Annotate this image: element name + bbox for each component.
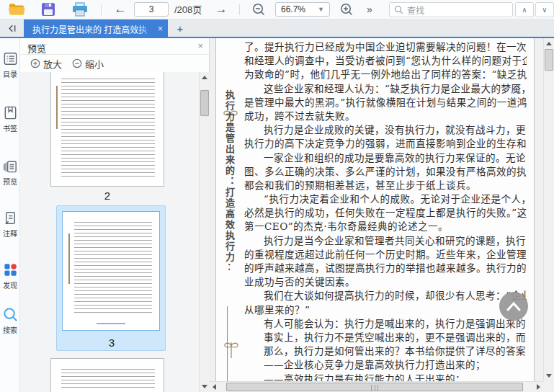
scrollbar-grip bbox=[371, 385, 378, 391]
toolbar-separator bbox=[101, 4, 102, 15]
text-line: 那么，执行力是如何管出来的？本书给你提供了详尽的答案： bbox=[244, 344, 527, 358]
ornament-bottom-icon bbox=[220, 341, 243, 360]
scroll-down-arrow-icon[interactable] bbox=[546, 374, 552, 378]
scrollbar-corner bbox=[543, 381, 554, 392]
thumbnail-page-2[interactable] bbox=[50, 72, 164, 187]
search-icon bbox=[394, 5, 403, 14]
magnifier-minus-icon bbox=[251, 2, 266, 17]
active-panel-caret bbox=[16, 173, 20, 182]
preview-panel-close-icon[interactable]: × bbox=[197, 40, 203, 51]
collapse-sidebar-button[interactable] bbox=[3, 21, 20, 36]
sidebar-label: 书签 bbox=[1, 122, 19, 133]
preview-panel: 预览 × 放大 缩小 2 bbox=[20, 38, 210, 392]
thumbnail-page-3 bbox=[62, 211, 160, 331]
scrollbar-thumb[interactable] bbox=[226, 383, 523, 391]
sidebar-item-annotations[interactable]: 注释 bbox=[0, 210, 20, 239]
zoom-in-label: 放大 bbox=[43, 57, 62, 71]
forward-arrow-icon: → bbox=[215, 1, 228, 17]
preview-panel-header: 预览 × bbox=[20, 38, 209, 55]
next-page-button[interactable]: → bbox=[210, 1, 232, 17]
find-next-button[interactable]: ∨ bbox=[535, 2, 554, 17]
text-line: 业成功与否的关键因素。 bbox=[244, 275, 527, 289]
scrollbar-thumb[interactable] bbox=[545, 49, 553, 71]
text-line: 图、多么正确的决策、多么严谨的计划，如果没有严格高效的执行力，最终的结果 bbox=[244, 165, 527, 179]
annotation-note-icon bbox=[2, 210, 19, 226]
zoom-out-button[interactable] bbox=[248, 1, 269, 17]
tab-document[interactable]: 执行力是管出来的 打造高效执行 × bbox=[24, 19, 168, 38]
zoom-out-label: 缩小 bbox=[85, 57, 104, 71]
text-line: 这些企业家和经理人认为：“缺乏执行力是企业最大的梦魇，缺乏执行力 bbox=[244, 82, 527, 96]
sidebar-item-discover[interactable]: 发现 bbox=[0, 262, 20, 290]
text-line: 的呼声越来越高，试图提高执行力的举措也越来越多。执行力的强弱已成为一个企 bbox=[244, 262, 527, 275]
scroll-up-arrow-icon[interactable] bbox=[202, 76, 207, 79]
scroll-up-arrow-icon[interactable] bbox=[546, 42, 552, 45]
zoom-level-select[interactable]: 66.7% ▼ bbox=[275, 2, 330, 17]
discover-icon bbox=[2, 262, 19, 278]
printer-icon bbox=[72, 2, 88, 17]
print-button[interactable] bbox=[69, 1, 91, 17]
sidebar-label: 搜索 bbox=[1, 324, 19, 335]
sidebar-item-bookmarks[interactable]: 书签 bbox=[0, 104, 20, 133]
new-tab-button[interactable]: + bbox=[171, 21, 189, 37]
text-line: 执行力的高下决定竞争力的强弱，进而直接影响到企业的生存和发展。 bbox=[244, 137, 527, 151]
find-previous-button[interactable]: ∧ bbox=[515, 2, 534, 17]
preview-panel-title: 预览 bbox=[27, 41, 46, 55]
zoom-in-button[interactable] bbox=[336, 1, 357, 17]
thumbnail-page-3-label: 3 bbox=[57, 337, 166, 349]
back-to-top-button[interactable] bbox=[499, 292, 528, 321]
scroll-left-arrow-icon[interactable] bbox=[213, 384, 216, 390]
thumbnail-scrollbar[interactable] bbox=[199, 72, 210, 392]
sidebar-item-search[interactable]: 搜索 bbox=[0, 306, 20, 335]
previous-page-button[interactable]: ← bbox=[110, 1, 131, 17]
thumbnail-page-2-label: 2 bbox=[50, 190, 164, 202]
tab-close-icon[interactable]: × bbox=[158, 24, 163, 34]
thumbnail-text-lines bbox=[61, 79, 155, 177]
save-button[interactable] bbox=[37, 1, 59, 17]
text-line: 成功，跨不过去就失败。 bbox=[244, 110, 527, 123]
thumbnail-text-lines bbox=[61, 369, 155, 391]
document-viewport: 执行力是管出来的：打造高效执行力·· 了。提升执行力已经成为中国企业迫切需要解决… bbox=[210, 38, 554, 392]
sidebar-item-toc[interactable]: 目录 bbox=[0, 50, 20, 79]
text-line: 执行力是当今企业家和管理者共同关心和研究的课题，执行力在今天受到 bbox=[244, 234, 527, 248]
text-line: 必然是执行的成功，任何失败在一定程度上都是执行的失败。”这是被誉为“世界 bbox=[244, 206, 527, 220]
folder-icon bbox=[8, 2, 25, 17]
thumbnail-text-lines bbox=[74, 222, 152, 314]
open-file-button[interactable] bbox=[6, 1, 27, 17]
vertical-scrollbar[interactable] bbox=[543, 38, 554, 381]
text-line: “执行力决定着企业和个人的成败。无论对于企业还是个人，任何成功都 bbox=[244, 192, 527, 206]
thumbnail-list: 2 3 bbox=[20, 72, 210, 392]
chevrons-right-icon: » bbox=[367, 1, 372, 17]
thumbnail-page-4[interactable] bbox=[50, 358, 164, 392]
magnifier-plus-icon bbox=[339, 2, 354, 17]
scroll-down-arrow-icon[interactable] bbox=[202, 385, 207, 388]
thumbnail-zoom-in-button[interactable]: 放大 bbox=[30, 57, 62, 71]
scroll-right-arrow-icon[interactable] bbox=[537, 384, 540, 390]
text-line: 了。提升执行力已经成为中国企业迫切需要解决的问题！在一次对中国著名企业家 bbox=[244, 40, 527, 54]
page-number-input[interactable] bbox=[134, 2, 169, 17]
pdf-reader-window: ← /208页 → 66.7% ▼ » 查找 bbox=[0, 0, 554, 392]
thumbnail-decoration bbox=[56, 86, 58, 129]
find-input[interactable]: 查找 bbox=[389, 2, 513, 17]
thumbnail-zoom-controls: 放大 缩小 bbox=[20, 55, 209, 72]
text-line: 执行力是企业成败的关键，没有执行力，就没有战斗力，更没有竞争力！ bbox=[244, 123, 527, 137]
scrollbar-thumb[interactable] bbox=[200, 90, 209, 116]
text-line: 从哪里来的？” bbox=[244, 303, 527, 317]
text-line: 一家企业和组织的成功是要靠高效的执行力来保证的。无论多么宏伟的蓝 bbox=[244, 151, 527, 165]
sidebar-item-preview[interactable]: 预览 bbox=[0, 158, 20, 187]
tab-title-fade bbox=[138, 19, 153, 38]
thumbnail-page-3-selected[interactable]: 3 bbox=[56, 205, 166, 351]
thumbnail-decoration bbox=[68, 233, 70, 284]
text-line: 是管理中最大的黑洞。”执行就像横阻在计划与结果之间的一道鸿沟，跨得过去就 bbox=[244, 96, 527, 110]
more-tools-button[interactable]: » bbox=[362, 1, 377, 17]
zoom-level-value: 66.7% bbox=[281, 4, 305, 14]
thumbnail-footer-line bbox=[97, 323, 125, 324]
back-arrow-icon: ← bbox=[115, 1, 127, 17]
horizontal-scrollbar[interactable] bbox=[210, 381, 543, 392]
document-page[interactable]: 执行力是管出来的：打造高效执行力·· 了。提升执行力已经成为中国企业迫切需要解决… bbox=[215, 38, 535, 381]
page-text: 了。提升执行力已经成为中国企业迫切需要解决的问题！在一次对中国著名企业家 和经理… bbox=[244, 40, 527, 381]
navigation-sidebar: 目录 书签 预览 注释 bbox=[0, 38, 20, 392]
thumbnail-zoom-out-button[interactable]: 缩小 bbox=[72, 57, 104, 71]
minus-circle-icon bbox=[72, 58, 82, 68]
page-side-caption: 执行力是管出来的：打造高效执行力·· bbox=[223, 90, 236, 277]
sidebar-label: 发现 bbox=[1, 280, 19, 290]
